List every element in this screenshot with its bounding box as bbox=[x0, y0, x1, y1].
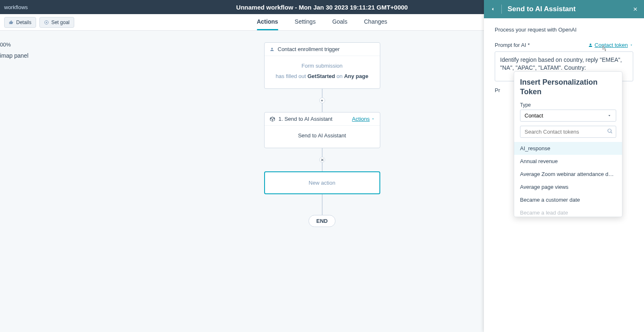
action-card-menu[interactable]: Actions bbox=[352, 116, 375, 122]
contact-icon bbox=[270, 47, 275, 52]
tab-changes[interactable]: Changes bbox=[364, 14, 387, 30]
connector-line bbox=[322, 194, 323, 215]
token-type-value: Contact bbox=[525, 112, 543, 119]
contact-token-link[interactable]: Contact token bbox=[588, 42, 633, 48]
back-icon[interactable] bbox=[490, 6, 496, 12]
trigger-description: has filled out GetStarted on Any page bbox=[271, 73, 373, 79]
add-action-button[interactable]: + bbox=[319, 98, 325, 103]
token-item[interactable]: Annual revenue bbox=[514, 155, 622, 168]
process-description: Process your request with OpenAI bbox=[495, 27, 633, 33]
minimap-panel-label: imap panel bbox=[0, 52, 29, 59]
side-panel-title: Send to AI Assistant bbox=[508, 5, 627, 13]
action-card-1[interactable]: 1. Send to AI Assistant Actions Send to … bbox=[264, 112, 380, 148]
thumb-icon bbox=[9, 20, 14, 25]
prompt-field-label: Prompt for AI * bbox=[495, 42, 530, 48]
svg-point-1 bbox=[46, 22, 47, 23]
search-icon bbox=[607, 128, 613, 134]
cube-icon bbox=[270, 116, 275, 122]
token-type-select[interactable]: Contact bbox=[520, 110, 616, 122]
chevron-down-icon bbox=[629, 43, 633, 47]
chevron-down-icon bbox=[371, 117, 375, 121]
trigger-form-submission: Form submission bbox=[271, 63, 373, 69]
trigger-card[interactable]: Contact enrollment trigger Form submissi… bbox=[264, 42, 380, 89]
contact-icon bbox=[588, 43, 593, 48]
token-popover: Insert Personalization Token Type Contac… bbox=[514, 71, 622, 217]
token-item[interactable]: Became a customer date bbox=[514, 193, 622, 206]
workflows-back-link[interactable]: workflows bbox=[4, 4, 28, 10]
divider bbox=[501, 5, 502, 14]
connector-line bbox=[322, 103, 323, 112]
cursor-pointer-icon bbox=[600, 45, 608, 53]
popover-title: Insert Personalization Token bbox=[520, 78, 616, 96]
tab-goals[interactable]: Goals bbox=[332, 14, 348, 30]
tab-settings[interactable]: Settings bbox=[295, 14, 316, 30]
connector-line bbox=[322, 89, 323, 98]
details-button[interactable]: Details bbox=[4, 17, 36, 28]
connector-line bbox=[322, 162, 323, 171]
close-icon[interactable] bbox=[632, 6, 638, 12]
set-goal-button-label: Set goal bbox=[51, 20, 70, 25]
token-search-input[interactable] bbox=[520, 126, 616, 138]
connector-line bbox=[322, 148, 323, 157]
side-panel-header: Send to AI Assistant bbox=[484, 0, 644, 18]
new-action-placeholder[interactable]: New action bbox=[264, 171, 380, 194]
token-item[interactable]: Became a lead date bbox=[514, 206, 622, 217]
workflow-title: Unnamed workflow - Mon Jan 30 2023 19:11… bbox=[236, 4, 408, 11]
set-goal-button[interactable]: Set goal bbox=[39, 17, 74, 28]
popover-type-label: Type bbox=[520, 102, 616, 108]
trigger-card-header: Contact enrollment trigger bbox=[265, 43, 380, 56]
token-search-wrap bbox=[520, 126, 616, 138]
token-item[interactable]: Average page views bbox=[514, 181, 622, 193]
token-item[interactable]: Average Zoom webinar attendance durat… bbox=[514, 168, 622, 181]
action-card-index: 1. Send to AI Assistant bbox=[279, 116, 333, 122]
end-node: END bbox=[309, 215, 335, 227]
zoom-level: 00% bbox=[0, 42, 11, 48]
token-list: AI_response Annual revenue Average Zoom … bbox=[514, 142, 622, 217]
remove-action-button[interactable]: ✕ bbox=[319, 157, 325, 163]
trigger-card-title: Contact enrollment trigger bbox=[278, 46, 340, 52]
chevron-down-icon bbox=[607, 113, 612, 118]
nav-tabs: Actions Settings Goals Changes bbox=[257, 14, 387, 30]
action-card-body: Send to AI Assistant bbox=[265, 126, 380, 148]
token-item[interactable]: AI_response bbox=[514, 142, 622, 155]
action-card-header: 1. Send to AI Assistant Actions bbox=[265, 112, 380, 126]
tab-actions[interactable]: Actions bbox=[257, 14, 278, 30]
details-button-label: Details bbox=[16, 20, 32, 25]
flow-column: Contact enrollment trigger Form submissi… bbox=[264, 42, 380, 227]
trigger-card-body: Form submission has filled out GetStarte… bbox=[265, 56, 380, 88]
target-icon bbox=[44, 20, 49, 25]
